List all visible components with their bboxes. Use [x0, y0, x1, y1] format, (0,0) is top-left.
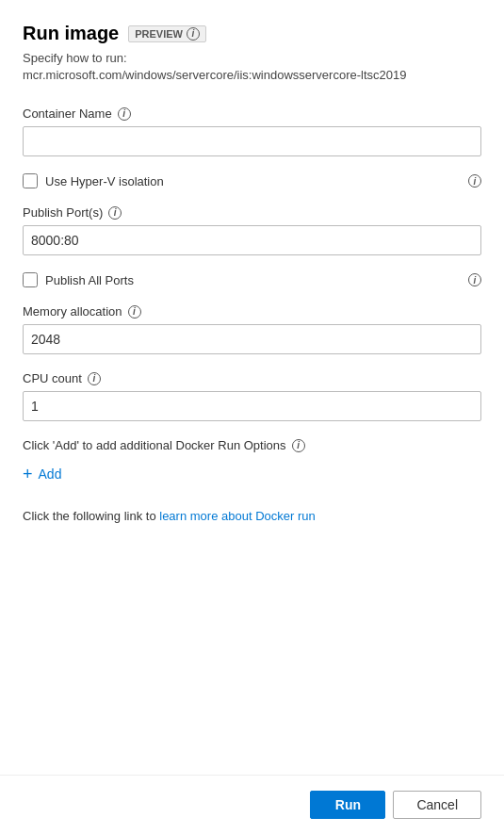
- plus-icon: +: [23, 466, 33, 482]
- hyper-v-checkbox[interactable]: [23, 173, 38, 188]
- add-button[interactable]: + Add: [23, 462, 61, 486]
- publish-ports-label: Publish Port(s) i: [23, 205, 481, 220]
- memory-allocation-input[interactable]: [23, 324, 481, 354]
- bottom-buttons: Run Cancel: [0, 775, 504, 834]
- footer-text: Click the following link to learn more a…: [23, 509, 481, 523]
- container-name-label: Container Name i: [23, 106, 481, 121]
- container-name-group: Container Name i: [23, 106, 481, 156]
- preview-info-icon[interactable]: i: [187, 27, 200, 41]
- container-name-info-icon[interactable]: i: [118, 107, 131, 121]
- publish-all-ports-checkbox[interactable]: [23, 272, 38, 287]
- preview-badge: PREVIEW i: [128, 25, 206, 42]
- add-options-info-icon[interactable]: i: [292, 439, 305, 452]
- memory-allocation-label: Memory allocation i: [23, 304, 481, 319]
- cpu-count-info-icon[interactable]: i: [88, 372, 101, 385]
- publish-ports-info-icon[interactable]: i: [108, 206, 122, 220]
- add-description: Click 'Add' to add additional Docker Run…: [23, 438, 481, 452]
- container-name-input[interactable]: [23, 126, 481, 156]
- publish-all-ports-info-icon[interactable]: i: [468, 273, 481, 286]
- hyper-v-label: Use Hyper-V isolation: [45, 174, 164, 188]
- cpu-count-label: CPU count i: [23, 371, 481, 385]
- add-button-label: Add: [39, 466, 62, 482]
- docker-run-link[interactable]: learn more about Docker run: [159, 509, 315, 523]
- memory-allocation-group: Memory allocation i: [23, 304, 481, 354]
- memory-allocation-info-icon[interactable]: i: [128, 305, 141, 319]
- image-name: mcr.microsoft.com/windows/servercore/iis…: [23, 68, 406, 82]
- subtitle-prefix: Specify how to run:: [23, 51, 127, 65]
- subtitle: Specify how to run: mcr.microsoft.com/wi…: [23, 50, 481, 84]
- cpu-count-input[interactable]: [23, 391, 481, 421]
- hyper-v-info-icon[interactable]: i: [468, 174, 481, 188]
- cpu-count-group: CPU count i: [23, 371, 481, 421]
- page-title: Run image: [23, 23, 119, 44]
- cancel-button[interactable]: Cancel: [393, 791, 481, 819]
- publish-all-ports-row: Publish All Ports i: [23, 272, 481, 287]
- publish-all-ports-label: Publish All Ports: [45, 273, 134, 287]
- publish-ports-input[interactable]: [23, 225, 481, 255]
- publish-ports-group: Publish Port(s) i: [23, 205, 481, 255]
- preview-badge-label: PREVIEW: [135, 28, 183, 40]
- run-button[interactable]: Run: [310, 791, 385, 819]
- add-docker-options-section: Click 'Add' to add additional Docker Run…: [23, 438, 481, 486]
- hyper-v-row: Use Hyper-V isolation i: [23, 173, 481, 188]
- footer-prefix: Click the following link to: [23, 509, 156, 523]
